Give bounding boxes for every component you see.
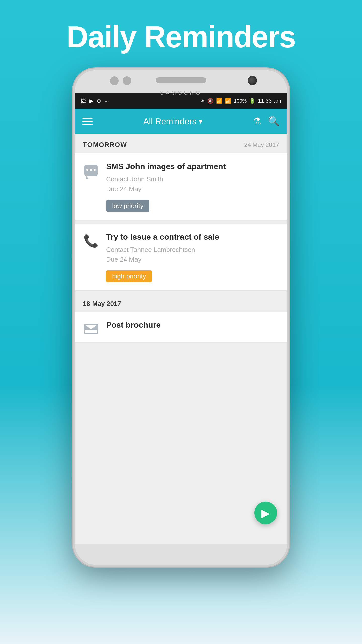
status-play-icon: ▶ [89, 98, 93, 104]
menu-line-1 [82, 118, 93, 119]
status-battery-text: 100% [234, 98, 247, 104]
reminder-card-sms[interactable]: SMS John images of apartment Contact Joh… [75, 153, 287, 220]
mail-icon [84, 324, 98, 334]
phone-call-icon: 📞 [83, 234, 99, 248]
content-area: TOMORROW 24 May 2017 [75, 134, 287, 544]
filter-icon[interactable]: ⚗ [253, 116, 261, 127]
priority-badge-low[interactable]: low priority [106, 200, 149, 212]
status-wifi-icon: 📶 [216, 98, 222, 104]
phone-frame: SAMSUNG 🖼 ▶ ⊙ ··· ✶ 🔇 📶 📶 100% 🔋 11:33 a… [73, 68, 289, 567]
page-title: Daily Reminders [67, 20, 295, 53]
phone-icon-wrap: 📞 [83, 233, 99, 249]
card-content-sms: SMS John images of apartment Contact Joh… [106, 161, 279, 212]
section2-label: 18 May 2017 [83, 300, 121, 308]
sms-icon-dots [86, 169, 96, 171]
card-subtitle-phone: Contact Tahnee Lambrechtsen Due 24 May [106, 245, 279, 264]
menu-line-3 [82, 124, 93, 125]
toolbar-title-area[interactable]: All Reminders ▾ [143, 116, 203, 126]
search-icon[interactable]: 🔍 [268, 116, 280, 127]
status-image-icon: 🖼 [81, 98, 86, 104]
reminder-card-mail[interactable]: Post brochure [75, 312, 287, 342]
card-title-phone: Try to issue a contract of sale [106, 232, 279, 243]
sms-dot-1 [86, 169, 88, 171]
sms-dot-3 [94, 169, 96, 171]
sms-dot-2 [90, 169, 92, 171]
toolbar-action-icons: ⚗ 🔍 [253, 116, 280, 127]
section-tomorrow-date: 24 May 2017 [244, 141, 279, 148]
hamburger-menu-button[interactable] [82, 118, 93, 125]
toolbar-title-text: All Reminders [143, 116, 197, 126]
card-inner-phone: 📞 Try to issue a contract of sale Contac… [83, 232, 279, 283]
status-time: 11:33 am [258, 98, 281, 104]
phone-dot-2 [123, 76, 131, 85]
status-clock-icon: ⊙ [97, 98, 101, 104]
phone-speaker [156, 77, 206, 83]
card-due-sms: Due 24 May [106, 185, 141, 193]
sms-icon-wrap [83, 162, 99, 178]
card-contact-phone: Contact Tahnee Lambrechtsen [106, 246, 195, 253]
app-toolbar: All Reminders ▾ ⚗ 🔍 [75, 109, 287, 134]
fab-send-button[interactable]: ▶ [254, 502, 277, 524]
status-right-icons: ✶ 🔇 📶 📶 100% 🔋 11:33 am [201, 98, 281, 104]
sms-icon [84, 165, 98, 176]
mail-icon-wrap [83, 321, 99, 337]
phone-screen: 🖼 ▶ ⊙ ··· ✶ 🔇 📶 📶 100% 🔋 11:33 am [75, 93, 287, 544]
status-signal-icon: 📶 [225, 98, 231, 104]
status-bluetooth-icon: ✶ [201, 98, 205, 104]
card-content-phone: Try to issue a contract of sale Contact … [106, 232, 279, 283]
section2-header: 18 May 2017 [75, 294, 287, 312]
phone-dot-1 [110, 76, 119, 85]
priority-badge-high[interactable]: high priority [106, 270, 152, 282]
status-mute-icon: 🔇 [207, 98, 214, 104]
phone-brand-label: SAMSUNG [160, 90, 202, 96]
status-left-icons: 🖼 ▶ ⊙ ··· [81, 98, 109, 104]
phone-bottom-bar [75, 544, 287, 565]
card-inner-mail: Post brochure [83, 320, 279, 337]
card-inner-sms: SMS John images of apartment Contact Joh… [83, 161, 279, 212]
toolbar-dropdown-chevron: ▾ [199, 117, 202, 126]
status-battery-icon: 🔋 [249, 98, 255, 104]
card-title-mail: Post brochure [106, 320, 279, 330]
reminder-card-phone[interactable]: 📞 Try to issue a contract of sale Contac… [75, 224, 287, 291]
card-content-mail: Post brochure [106, 320, 279, 333]
sms-icon-shape [84, 165, 98, 176]
phone-camera [248, 76, 257, 85]
fab-send-icon: ▶ [261, 507, 270, 519]
section-tomorrow-header: TOMORROW 24 May 2017 [75, 134, 287, 153]
card-subtitle-sms: Contact John Smith Due 24 May [106, 174, 279, 194]
section-tomorrow-label: TOMORROW [83, 141, 127, 149]
card-due-phone: Due 24 May [106, 256, 141, 263]
status-dots-icon: ··· [105, 98, 109, 104]
menu-line-2 [82, 121, 93, 122]
card-contact-sms: Contact John Smith [106, 175, 163, 183]
card-title-sms: SMS John images of apartment [106, 161, 279, 172]
phone-camera-dots [110, 76, 131, 85]
